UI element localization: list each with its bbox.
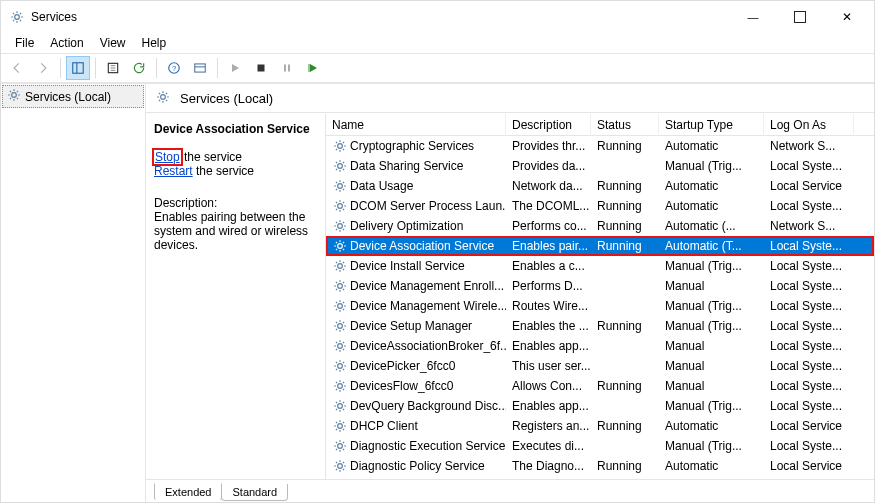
- window-maximize-button[interactable]: [776, 1, 824, 33]
- cell-description: Registers an...: [506, 416, 591, 436]
- refresh-button[interactable]: [127, 56, 151, 80]
- tab-standard[interactable]: Standard: [221, 484, 288, 501]
- menu-file[interactable]: File: [7, 34, 42, 52]
- service-row[interactable]: Diagnostic Execution ServiceExecutes di.…: [326, 436, 874, 456]
- cell-log-on-as: Local Syste...: [764, 256, 854, 276]
- service-row[interactable]: DevQuery Background Disc...Enables app..…: [326, 396, 874, 416]
- service-name-text: Delivery Optimization: [350, 219, 463, 233]
- start-service-button[interactable]: [223, 56, 247, 80]
- svg-point-27: [338, 404, 343, 409]
- cell-name: DeviceAssociationBroker_6f...: [326, 336, 506, 356]
- tab-extended[interactable]: Extended: [154, 483, 222, 501]
- menu-bar: File Action View Help: [1, 33, 874, 53]
- services-list-scroll[interactable]: Name Description Status Startup Type Log…: [326, 114, 874, 479]
- cell-startup-type: Automatic: [659, 176, 764, 196]
- help-button[interactable]: ?: [162, 56, 186, 80]
- service-row[interactable]: Diagnostic Service HostThe Diagno...Runn…: [326, 476, 874, 479]
- column-header-log-on-as[interactable]: Log On As: [764, 114, 854, 136]
- service-row[interactable]: DevicesFlow_6fcc0Allows Con...RunningMan…: [326, 376, 874, 396]
- main-area: Services (Local) Services (Local) Device…: [1, 83, 874, 502]
- service-name-text: Data Sharing Service: [350, 159, 463, 173]
- column-header-description[interactable]: Description: [506, 114, 591, 136]
- services-app-icon: [9, 9, 25, 25]
- toolbar-separator: [95, 58, 96, 78]
- cell-description: Allows Con...: [506, 376, 591, 396]
- service-row[interactable]: Delivery OptimizationPerforms co...Runni…: [326, 216, 874, 236]
- service-name-text: Diagnostic Execution Service: [350, 439, 505, 453]
- cell-startup-type: Manual: [659, 476, 764, 479]
- cell-name: DHCP Client: [326, 416, 506, 436]
- service-row[interactable]: DCOM Server Process Laun...The DCOML...R…: [326, 196, 874, 216]
- stop-service-line: Stop the service: [154, 150, 317, 164]
- show-hide-tree-button[interactable]: [66, 56, 90, 80]
- cell-startup-type: Automatic (T...: [659, 236, 764, 256]
- cell-name: Data Usage: [326, 176, 506, 196]
- cell-log-on-as: Local Syste...: [764, 396, 854, 416]
- service-row[interactable]: DeviceAssociationBroker_6f...Enables app…: [326, 336, 874, 356]
- cell-description: Enables a c...: [506, 256, 591, 276]
- properties-button[interactable]: [188, 56, 212, 80]
- cell-description: Enables app...: [506, 336, 591, 356]
- cell-name: DCOM Server Process Laun...: [326, 196, 506, 216]
- cell-log-on-as: Local Service: [764, 476, 854, 479]
- menu-help[interactable]: Help: [134, 34, 175, 52]
- cell-description: Provides da...: [506, 156, 591, 176]
- service-row[interactable]: Device Setup ManagerEnables the ...Runni…: [326, 316, 874, 336]
- cell-name: Cryptographic Services: [326, 136, 506, 156]
- gear-icon: [332, 338, 348, 354]
- cell-name: Device Management Wirele...: [326, 296, 506, 316]
- cell-status: Running: [591, 216, 659, 236]
- column-header-name[interactable]: Name: [326, 114, 506, 136]
- service-name-text: Diagnostic Policy Service: [350, 459, 485, 473]
- window-minimize-button[interactable]: [730, 2, 776, 32]
- column-header-status[interactable]: Status: [591, 114, 659, 136]
- menu-view[interactable]: View: [92, 34, 134, 52]
- cell-status: Running: [591, 236, 659, 256]
- titlebar: Services: [1, 1, 874, 33]
- result-pane: Services (Local) Device Association Serv…: [146, 84, 874, 502]
- cell-description: Routes Wire...: [506, 296, 591, 316]
- cell-startup-type: Manual: [659, 336, 764, 356]
- console-tree[interactable]: Services (Local): [1, 84, 146, 502]
- cell-log-on-as: Local Syste...: [764, 336, 854, 356]
- stop-service-button[interactable]: [249, 56, 273, 80]
- service-row[interactable]: Data Sharing ServiceProvides da...Manual…: [326, 156, 874, 176]
- cell-status: [591, 436, 659, 456]
- window-close-button[interactable]: [824, 2, 870, 32]
- nav-forward-button[interactable]: [31, 56, 55, 80]
- svg-point-0: [15, 15, 20, 20]
- cell-startup-type: Manual (Trig...: [659, 256, 764, 276]
- restart-service-button[interactable]: [301, 56, 325, 80]
- selected-service-name: Device Association Service: [154, 122, 317, 136]
- service-row[interactable]: Cryptographic ServicesProvides thr...Run…: [326, 136, 874, 156]
- nav-back-button[interactable]: [5, 56, 29, 80]
- cell-status: Running: [591, 176, 659, 196]
- cell-status: [591, 336, 659, 356]
- restart-service-link[interactable]: Restart: [154, 164, 193, 178]
- stop-service-link[interactable]: Stop: [155, 150, 180, 164]
- menu-action[interactable]: Action: [42, 34, 91, 52]
- service-row[interactable]: Device Association ServiceEnables pair..…: [326, 236, 874, 256]
- export-list-button[interactable]: [101, 56, 125, 80]
- service-row[interactable]: Device Management Wirele...Routes Wire..…: [326, 296, 874, 316]
- service-name-text: Cryptographic Services: [350, 139, 474, 153]
- list-header: Name Description Status Startup Type Log…: [326, 114, 874, 136]
- tree-root-services-local[interactable]: Services (Local): [2, 85, 144, 108]
- pause-service-button[interactable]: [275, 56, 299, 80]
- service-row[interactable]: Device Install ServiceEnables a c...Manu…: [326, 256, 874, 276]
- svg-point-23: [338, 324, 343, 329]
- service-row[interactable]: Diagnostic Policy ServiceThe Diagno...Ru…: [326, 456, 874, 476]
- svg-point-18: [338, 224, 343, 229]
- service-row[interactable]: Device Management Enroll...Performs D...…: [326, 276, 874, 296]
- cell-name: Device Association Service: [326, 236, 506, 256]
- cell-status: Running: [591, 316, 659, 336]
- svg-rect-9: [284, 65, 286, 72]
- column-header-startup-type[interactable]: Startup Type: [659, 114, 764, 136]
- cell-log-on-as: Local Syste...: [764, 236, 854, 256]
- cell-log-on-as: Local Syste...: [764, 356, 854, 376]
- service-row[interactable]: DevicePicker_6fcc0This user ser...Manual…: [326, 356, 874, 376]
- service-row[interactable]: Data UsageNetwork da...RunningAutomaticL…: [326, 176, 874, 196]
- cell-startup-type: Automatic: [659, 416, 764, 436]
- cell-name: Data Sharing Service: [326, 156, 506, 176]
- service-row[interactable]: DHCP ClientRegisters an...RunningAutomat…: [326, 416, 874, 436]
